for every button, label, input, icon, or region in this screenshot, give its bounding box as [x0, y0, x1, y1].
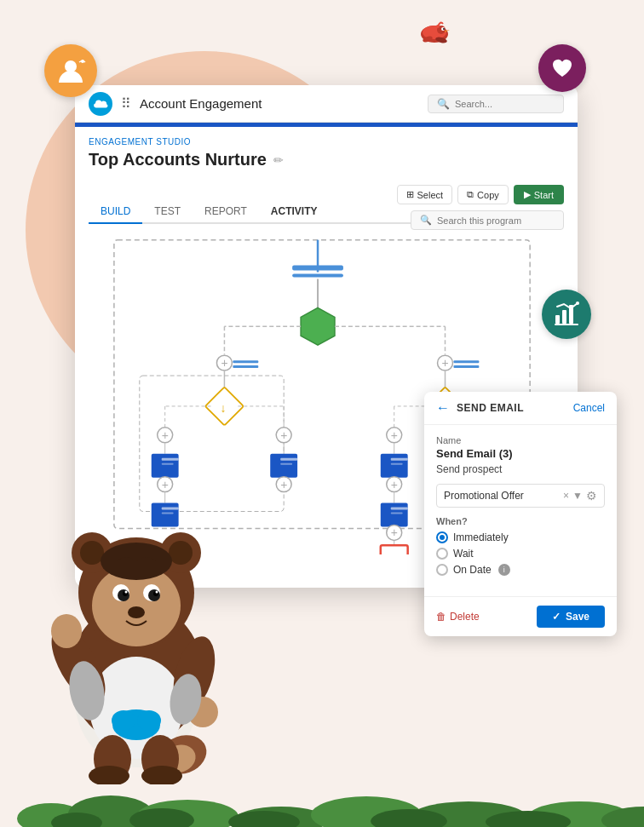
app-title: Account Engagement — [140, 96, 419, 111]
save-check-icon: ✓ — [552, 611, 561, 623]
svg-text:+: + — [280, 478, 287, 491]
panel-title: SEND EMAIL — [457, 402, 566, 414]
svg-text:↓: ↓ — [220, 401, 226, 415]
salesforce-logo — [89, 92, 112, 116]
nav-search-box[interactable]: 🔍 — [428, 95, 564, 113]
svg-point-107 — [51, 614, 82, 648]
svg-point-10 — [81, 60, 84, 63]
svg-text:+: + — [221, 356, 227, 370]
radio-on-date[interactable]: On Date i — [436, 564, 605, 576]
panel-back-button[interactable]: ← — [436, 400, 450, 416]
svg-text:+: + — [391, 478, 398, 491]
svg-point-9 — [65, 60, 77, 72]
svg-rect-55 — [280, 458, 297, 461]
svg-point-4 — [443, 28, 445, 30]
select-icon: ⊞ — [406, 189, 414, 200]
svg-rect-56 — [280, 463, 292, 465]
copy-button[interactable]: ⧉ Copy — [457, 185, 509, 204]
search-program-box[interactable]: 🔍 — [411, 210, 564, 230]
avatar-icon[interactable] — [44, 44, 97, 97]
panel-header: ← SEND EMAIL Cancel — [424, 392, 617, 425]
program-title-row: Top Accounts Nurture ✏ — [89, 150, 564, 169]
svg-text:+: + — [391, 428, 398, 442]
svg-rect-81 — [391, 508, 408, 510]
engagement-studio-label: ENGAGEMENT STUDIO — [89, 137, 564, 146]
name-label: Name — [436, 435, 605, 445]
svg-point-14 — [576, 302, 579, 305]
save-label: Save — [566, 611, 589, 623]
grid-icon: ⠿ — [121, 95, 131, 112]
mascot-figure — [17, 427, 256, 784]
svg-point-104 — [112, 710, 135, 731]
radio-wait[interactable]: Wait — [436, 548, 605, 560]
svg-rect-76 — [391, 463, 403, 465]
nav-search-input[interactable] — [455, 99, 557, 109]
heart-icon[interactable] — [538, 44, 586, 92]
delete-label: Delete — [450, 611, 480, 623]
radio-group: Immediately Wait On Date i — [436, 531, 605, 576]
select-button[interactable]: ⊞ Select — [397, 185, 453, 204]
svg-rect-28 — [233, 360, 258, 363]
nav-bar: ⠿ Account Engagement 🔍 — [75, 85, 578, 123]
send-email-panel: ← SEND EMAIL Cancel Name Send Email (3) … — [424, 392, 617, 636]
delete-button[interactable]: 🗑 Delete — [436, 611, 480, 623]
svg-rect-11 — [555, 315, 560, 324]
clear-offer-icon[interactable]: × — [563, 490, 569, 502]
action-buttons: ⊞ Select ⧉ Copy ▶ Start — [397, 185, 565, 204]
search-program-input[interactable] — [437, 215, 548, 226]
save-button[interactable]: ✓ Save — [537, 606, 605, 628]
svg-point-124 — [125, 591, 128, 594]
svg-rect-33 — [453, 365, 479, 368]
svg-point-105 — [137, 710, 161, 731]
offer-dropdown-arrow[interactable]: ▼ — [572, 490, 583, 502]
svg-rect-12 — [562, 310, 566, 324]
svg-point-114 — [80, 541, 104, 565]
svg-marker-21 — [301, 307, 335, 345]
svg-rect-19 — [292, 274, 343, 278]
copy-icon: ⧉ — [467, 189, 474, 200]
nav-search-icon: 🔍 — [437, 98, 450, 110]
svg-rect-29 — [233, 365, 258, 368]
svg-rect-15 — [555, 324, 578, 325]
radio-immediately[interactable]: Immediately — [436, 531, 605, 543]
radio-wait-circle[interactable] — [436, 548, 448, 560]
play-icon: ▶ — [524, 189, 531, 200]
radio-immediately-circle[interactable] — [436, 531, 448, 543]
svg-rect-80 — [381, 503, 408, 527]
svg-text:+: + — [280, 428, 287, 442]
on-date-info-icon: i — [498, 564, 510, 576]
svg-rect-82 — [391, 512, 403, 514]
when-label: When? — [436, 516, 605, 526]
send-prospect-label: Send prospect — [436, 463, 605, 475]
svg-text:+: + — [442, 356, 449, 370]
radio-on-date-circle[interactable] — [436, 564, 448, 576]
tab-test[interactable]: TEST — [142, 200, 193, 224]
tab-report[interactable]: REPORT — [193, 200, 259, 224]
start-button[interactable]: ▶ Start — [514, 185, 564, 204]
svg-rect-74 — [381, 454, 408, 478]
panel-cancel-button[interactable]: Cancel — [573, 402, 605, 414]
prospect-select[interactable]: Promotional Offer × ▼ ⚙ — [436, 484, 605, 508]
edit-icon[interactable]: ✏ — [273, 153, 284, 167]
search-program-icon: 🔍 — [420, 215, 432, 226]
program-title: Top Accounts Nurture — [89, 150, 267, 169]
panel-body: Name Send Email (3) Send prospect Promot… — [424, 425, 617, 596]
offer-value: Promotional Offer — [444, 490, 524, 502]
tab-build[interactable]: BUILD — [89, 200, 142, 224]
svg-point-8 — [436, 25, 440, 28]
svg-point-116 — [169, 541, 193, 565]
svg-point-125 — [156, 591, 158, 594]
chart-icon[interactable] — [542, 290, 591, 339]
bird-decoration — [412, 15, 457, 59]
panel-footer: 🗑 Delete ✓ Save — [424, 596, 617, 636]
name-value: Send Email (3) — [436, 447, 605, 460]
svg-text:+: + — [391, 525, 398, 539]
delete-icon: 🗑 — [436, 611, 446, 623]
svg-rect-86 — [381, 545, 408, 554]
svg-rect-32 — [453, 360, 479, 363]
svg-rect-18 — [292, 266, 343, 271]
svg-rect-54 — [270, 454, 297, 478]
offer-settings-icon[interactable]: ⚙ — [586, 489, 597, 503]
tab-activity[interactable]: ACTIVITY — [259, 200, 330, 224]
svg-point-126 — [128, 606, 145, 618]
